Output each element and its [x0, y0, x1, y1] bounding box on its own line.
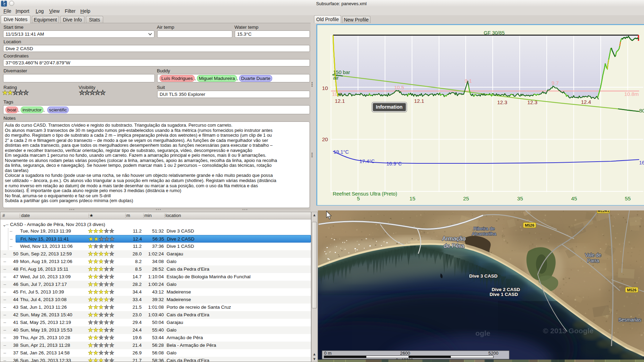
svg-text:Dive 3 CASD: Dive 3 CASD [469, 273, 498, 279]
svg-text:Vale de: Vale de [585, 252, 601, 258]
svg-text:25: 25 [463, 196, 469, 201]
svg-text:55: 55 [625, 196, 630, 201]
svg-text:M526: M526 [627, 288, 637, 292]
svg-text:Parra: Parra [587, 258, 599, 263]
svg-text:12.1: 12.1 [414, 98, 424, 104]
svg-text:16: 16 [639, 160, 644, 165]
svg-text:GF 30/85: GF 30/85 [484, 30, 504, 36]
svg-text:35: 35 [517, 196, 523, 201]
svg-text:Dive 2 CASD: Dive 2 CASD [492, 287, 520, 292]
svg-text:ogle: ogle [475, 329, 490, 337]
svg-text:150 bar: 150 bar [333, 70, 350, 75]
svg-text:Sesmarias: Sesmarias [618, 317, 641, 323]
svg-text:45: 45 [571, 196, 577, 201]
svg-text:5: 5 [357, 196, 360, 201]
svg-text:16.9°C: 16.9°C [386, 161, 402, 166]
svg-text:12.4: 12.4 [581, 99, 591, 105]
svg-text:15: 15 [409, 196, 415, 201]
svg-text:Information: Information [376, 104, 403, 110]
svg-text:12.3: 12.3 [497, 99, 507, 105]
svg-text:© 2013 Google: © 2013 Google [543, 327, 593, 335]
svg-text:Ribeira de: Ribeira de [473, 226, 495, 231]
svg-text:Alcantarilha: Alcantarilha [472, 231, 497, 236]
svg-text:9.1: 9.1 [465, 78, 472, 84]
svg-text:0 m: 0 m [324, 351, 332, 356]
svg-text:9.7: 9.7 [552, 80, 559, 86]
svg-text:Dive 1 CASD: Dive 1 CASD [490, 292, 518, 297]
svg-text:80: 80 [639, 108, 644, 114]
svg-text:2600: 2600 [400, 351, 410, 356]
svg-text:12.1: 12.1 [335, 98, 345, 104]
svg-text:M526: M526 [525, 223, 535, 227]
svg-text:17.4°C: 17.4°C [359, 159, 375, 164]
svg-text:19.1°C: 19.1°C [333, 149, 349, 155]
svg-text:5200: 5200 [489, 351, 499, 356]
svg-text:12.3: 12.3 [527, 99, 537, 105]
svg-text:Armação: Armação [442, 235, 466, 242]
svg-text:10.8m: 10.8m [624, 91, 639, 97]
svg-text:20: 20 [322, 136, 328, 142]
svg-text:Reefnet Sensus Ultra (Preto): Reefnet Sensus Ultra (Preto) [333, 191, 397, 197]
svg-text:M1261: M1261 [598, 210, 609, 213]
svg-text:air: air [333, 75, 339, 81]
svg-text:de Pêra: de Pêra [444, 243, 464, 249]
svg-text:10: 10 [322, 85, 328, 91]
svg-text:10.5: 10.5 [394, 84, 404, 90]
